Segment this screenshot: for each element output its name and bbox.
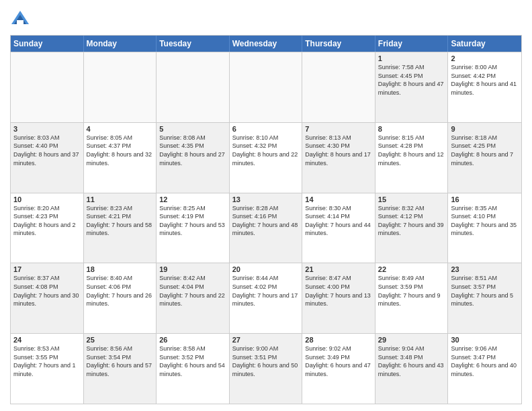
- day-number: 4: [87, 125, 154, 133]
- day-number: 18: [87, 265, 154, 273]
- page: SundayMondayTuesdayWednesdayThursdayFrid…: [0, 0, 532, 411]
- day-number: 21: [305, 265, 372, 273]
- weekday-header-saturday: Saturday: [448, 36, 521, 52]
- calendar-cell-4: 4Sunrise: 8:05 AM Sunset: 4:37 PM Daylig…: [84, 123, 157, 193]
- weekday-header-sunday: Sunday: [11, 36, 84, 52]
- calendar-cell-5: 5Sunrise: 8:08 AM Sunset: 4:35 PM Daylig…: [157, 123, 230, 193]
- weekday-header-tuesday: Tuesday: [157, 36, 230, 52]
- calendar-cell-2: 2Sunrise: 8:00 AM Sunset: 4:42 PM Daylig…: [448, 52, 521, 122]
- calendar-row-2: 10Sunrise: 8:20 AM Sunset: 4:23 PM Dayli…: [11, 193, 521, 263]
- day-number: 19: [159, 265, 226, 273]
- calendar-cell-13: 13Sunrise: 8:28 AM Sunset: 4:16 PM Dayli…: [230, 193, 303, 263]
- day-info: Sunrise: 8:49 AM Sunset: 3:59 PM Dayligh…: [378, 274, 445, 308]
- calendar-cell-10: 10Sunrise: 8:20 AM Sunset: 4:23 PM Dayli…: [11, 193, 84, 263]
- svg-rect-2: [17, 20, 24, 24]
- calendar-row-4: 24Sunrise: 8:53 AM Sunset: 3:55 PM Dayli…: [11, 333, 521, 404]
- day-number: 13: [232, 195, 300, 203]
- day-info: Sunrise: 8:28 AM Sunset: 4:16 PM Dayligh…: [232, 204, 300, 238]
- calendar-cell-21: 21Sunrise: 8:47 AM Sunset: 4:00 PM Dayli…: [302, 263, 375, 333]
- day-number: 5: [159, 125, 226, 133]
- weekday-header-wednesday: Wednesday: [230, 36, 303, 52]
- calendar-header: SundayMondayTuesdayWednesdayThursdayFrid…: [11, 36, 521, 52]
- day-info: Sunrise: 8:23 AM Sunset: 4:21 PM Dayligh…: [87, 204, 154, 238]
- calendar-cell-empty: [11, 52, 84, 122]
- day-info: Sunrise: 8:15 AM Sunset: 4:28 PM Dayligh…: [378, 134, 445, 167]
- calendar-cell-25: 25Sunrise: 8:56 AM Sunset: 3:54 PM Dayli…: [84, 334, 157, 404]
- day-number: 17: [13, 265, 81, 273]
- calendar-cell-28: 28Sunrise: 9:02 AM Sunset: 3:49 PM Dayli…: [302, 334, 375, 404]
- day-info: Sunrise: 8:42 AM Sunset: 4:04 PM Dayligh…: [159, 274, 226, 308]
- calendar-cell-22: 22Sunrise: 8:49 AM Sunset: 3:59 PM Dayli…: [375, 263, 449, 333]
- day-number: 6: [232, 125, 300, 133]
- calendar-cell-6: 6Sunrise: 8:10 AM Sunset: 4:32 PM Daylig…: [230, 123, 303, 193]
- calendar-cell-24: 24Sunrise: 8:53 AM Sunset: 3:55 PM Dayli…: [11, 334, 84, 404]
- calendar-cell-29: 29Sunrise: 9:04 AM Sunset: 3:48 PM Dayli…: [375, 334, 449, 404]
- calendar-cell-8: 8Sunrise: 8:15 AM Sunset: 4:28 PM Daylig…: [375, 123, 449, 193]
- calendar-cell-empty: [302, 52, 375, 122]
- calendar-cell-26: 26Sunrise: 8:58 AM Sunset: 3:52 PM Dayli…: [157, 334, 230, 404]
- weekday-header-thursday: Thursday: [302, 36, 375, 52]
- day-number: 9: [451, 125, 519, 133]
- day-info: Sunrise: 9:04 AM Sunset: 3:48 PM Dayligh…: [378, 345, 445, 378]
- calendar-row-1: 3Sunrise: 8:03 AM Sunset: 4:40 PM Daylig…: [11, 122, 521, 193]
- day-info: Sunrise: 8:40 AM Sunset: 4:06 PM Dayligh…: [87, 274, 154, 308]
- calendar-cell-empty: [230, 52, 303, 122]
- day-info: Sunrise: 8:25 AM Sunset: 4:19 PM Dayligh…: [159, 204, 226, 238]
- day-number: 1: [378, 54, 445, 62]
- day-number: 12: [159, 195, 226, 203]
- calendar-cell-19: 19Sunrise: 8:42 AM Sunset: 4:04 PM Dayli…: [157, 263, 230, 333]
- day-info: Sunrise: 8:13 AM Sunset: 4:30 PM Dayligh…: [305, 134, 372, 167]
- day-info: Sunrise: 9:00 AM Sunset: 3:51 PM Dayligh…: [232, 345, 300, 378]
- day-number: 28: [305, 336, 372, 344]
- day-number: 16: [451, 195, 519, 203]
- day-info: Sunrise: 8:51 AM Sunset: 3:57 PM Dayligh…: [451, 274, 519, 308]
- day-info: Sunrise: 8:53 AM Sunset: 3:55 PM Dayligh…: [13, 345, 81, 378]
- day-number: 25: [87, 336, 154, 344]
- day-info: Sunrise: 8:08 AM Sunset: 4:35 PM Dayligh…: [159, 134, 226, 167]
- day-info: Sunrise: 8:03 AM Sunset: 4:40 PM Dayligh…: [13, 134, 81, 167]
- day-number: 29: [378, 336, 445, 344]
- calendar-row-0: 1Sunrise: 7:58 AM Sunset: 4:45 PM Daylig…: [11, 52, 521, 122]
- weekday-header-monday: Monday: [84, 36, 157, 52]
- day-number: 10: [13, 195, 81, 203]
- calendar-row-3: 17Sunrise: 8:37 AM Sunset: 4:08 PM Dayli…: [11, 263, 521, 333]
- calendar-body: 1Sunrise: 7:58 AM Sunset: 4:45 PM Daylig…: [11, 52, 521, 404]
- calendar-cell-23: 23Sunrise: 8:51 AM Sunset: 3:57 PM Dayli…: [448, 263, 521, 333]
- day-info: Sunrise: 8:20 AM Sunset: 4:23 PM Dayligh…: [13, 204, 81, 238]
- calendar-cell-16: 16Sunrise: 8:35 AM Sunset: 4:10 PM Dayli…: [448, 193, 521, 263]
- calendar-cell-14: 14Sunrise: 8:30 AM Sunset: 4:14 PM Dayli…: [302, 193, 375, 263]
- day-info: Sunrise: 8:00 AM Sunset: 4:42 PM Dayligh…: [451, 63, 519, 97]
- calendar: SundayMondayTuesdayWednesdayThursdayFrid…: [10, 35, 522, 404]
- day-info: Sunrise: 8:58 AM Sunset: 3:52 PM Dayligh…: [159, 345, 226, 378]
- day-info: Sunrise: 8:05 AM Sunset: 4:37 PM Dayligh…: [87, 134, 154, 167]
- day-info: Sunrise: 8:18 AM Sunset: 4:25 PM Dayligh…: [451, 134, 519, 167]
- day-info: Sunrise: 8:30 AM Sunset: 4:14 PM Dayligh…: [305, 204, 372, 238]
- day-info: Sunrise: 7:58 AM Sunset: 4:45 PM Dayligh…: [378, 63, 445, 97]
- calendar-cell-30: 30Sunrise: 9:06 AM Sunset: 3:47 PM Dayli…: [448, 334, 521, 404]
- day-number: 15: [378, 195, 445, 203]
- day-info: Sunrise: 8:56 AM Sunset: 3:54 PM Dayligh…: [87, 345, 154, 378]
- day-number: 30: [451, 336, 519, 344]
- day-number: 23: [451, 265, 519, 273]
- day-number: 7: [305, 125, 372, 133]
- calendar-cell-12: 12Sunrise: 8:25 AM Sunset: 4:19 PM Dayli…: [157, 193, 230, 263]
- day-number: 26: [159, 336, 226, 344]
- day-number: 22: [378, 265, 445, 273]
- calendar-cell-17: 17Sunrise: 8:37 AM Sunset: 4:08 PM Dayli…: [11, 263, 84, 333]
- calendar-cell-empty: [157, 52, 230, 122]
- header: [10, 7, 522, 30]
- day-info: Sunrise: 9:06 AM Sunset: 3:47 PM Dayligh…: [451, 345, 519, 378]
- logo: [10, 9, 33, 30]
- calendar-cell-18: 18Sunrise: 8:40 AM Sunset: 4:06 PM Dayli…: [84, 263, 157, 333]
- calendar-cell-20: 20Sunrise: 8:44 AM Sunset: 4:02 PM Dayli…: [230, 263, 303, 333]
- day-info: Sunrise: 8:10 AM Sunset: 4:32 PM Dayligh…: [232, 134, 300, 167]
- day-number: 2: [451, 54, 519, 62]
- calendar-cell-7: 7Sunrise: 8:13 AM Sunset: 4:30 PM Daylig…: [302, 123, 375, 193]
- day-info: Sunrise: 9:02 AM Sunset: 3:49 PM Dayligh…: [305, 345, 372, 378]
- calendar-cell-3: 3Sunrise: 8:03 AM Sunset: 4:40 PM Daylig…: [11, 123, 84, 193]
- day-number: 20: [232, 265, 300, 273]
- weekday-header-friday: Friday: [375, 36, 449, 52]
- day-number: 14: [305, 195, 372, 203]
- day-info: Sunrise: 8:37 AM Sunset: 4:08 PM Dayligh…: [13, 274, 81, 308]
- day-number: 8: [378, 125, 445, 133]
